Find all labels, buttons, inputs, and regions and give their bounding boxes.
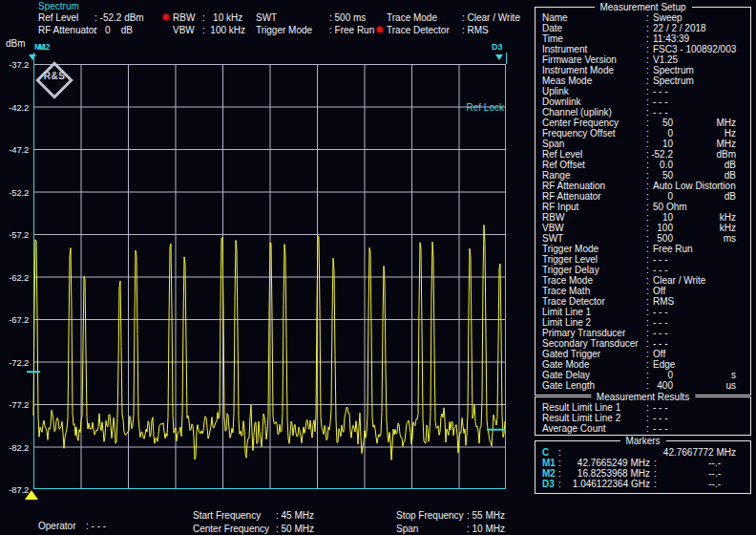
mode-title: Spectrum — [38, 1, 79, 11]
setup-row-trace-math: Trace Math:Off — [536, 286, 750, 296]
center-frequency-label: Center Frequency — [193, 524, 276, 534]
colon: : — [654, 458, 657, 468]
setup-row-label: Trigger Level — [542, 254, 598, 265]
setup-row-frequency-offset: Frequency Offset:0Hz — [536, 128, 750, 139]
y-axis-tick-label: -82.2 — [1, 442, 29, 453]
colon: : — [646, 296, 649, 307]
colon: : — [646, 244, 649, 254]
result-row-label: Average Count — [542, 423, 606, 434]
setup-row-value: 0 — [646, 128, 673, 139]
header-field-label: VBW — [173, 25, 202, 35]
spectrum-analyzer-screen: Spectrum Ref Level: -52.2 dBmRF Attenuat… — [0, 0, 756, 535]
setup-row-label: Trace Detector — [542, 296, 605, 307]
marker-name: M1 — [542, 458, 556, 468]
setup-row-label: Meas Mode — [542, 75, 592, 86]
colon: : — [646, 317, 649, 328]
setup-row-label: Ref Offset — [542, 160, 585, 170]
colon: : — [646, 107, 649, 118]
colon: : — [646, 54, 649, 65]
setup-row-label: Trace Math — [542, 286, 590, 296]
setup-row-instrument-mode: Instrument Mode:Spectrum — [536, 65, 750, 75]
setup-row-value: Sweep — [653, 12, 682, 23]
header-field-label: Trigger Mode — [256, 25, 329, 35]
colon: : — [558, 479, 561, 489]
stop-frequency-label: Stop Frequency — [396, 510, 467, 521]
colon: : — [646, 338, 649, 349]
measurement-setup-panel: Measurement Setup Name:SweepDate:22 / 2 … — [535, 7, 751, 396]
measurement-setup-rows: Name:SweepDate:22 / 2 / 2018Time:11:43:3… — [536, 12, 750, 391]
setup-row-rf-input: RF Input:50 Ohm — [536, 202, 750, 212]
header-field-swt: SWT: 500 ms — [256, 12, 366, 24]
header-field-label: RF Attenuator — [38, 25, 94, 35]
setup-row-value: - - - — [653, 86, 668, 96]
setup-row-unit: kHz — [698, 223, 736, 233]
setup-row-value: - - - — [653, 328, 668, 338]
marker-level: --.- — [679, 458, 721, 468]
setup-row-center-frequency: Center Frequency:50MHz — [536, 118, 750, 128]
setup-row-value: 50 — [646, 118, 673, 128]
marker-frequency: 16.8253968 MHz — [562, 468, 650, 479]
setup-row-gate-delay: Gate Delay:0s — [536, 370, 750, 380]
result-row-label: Result Limit Line 1 — [542, 402, 620, 413]
setup-row-vbw: VBW:100kHz — [536, 223, 750, 233]
measurement-results-rows: Result Limit Line 1:- - -Result Limit Li… — [536, 402, 750, 434]
colon: : — [646, 86, 649, 96]
header-field-value: : Free Run — [329, 25, 374, 35]
colon: : — [646, 328, 649, 338]
setup-row-unit: Hz — [698, 128, 736, 139]
colon: : — [646, 75, 649, 86]
setup-row-label: Time — [542, 33, 563, 44]
setup-row-label: Frequency Offset — [542, 128, 616, 139]
setup-row-label: Uplink — [542, 86, 569, 96]
result-row-result-limit-line-2: Result Limit Line 2:- - - — [536, 413, 750, 423]
measurement-results-title: Measurement Results — [591, 392, 695, 402]
colon: : — [646, 413, 649, 423]
setup-row-label: Range — [542, 170, 570, 181]
setup-row-rbw: RBW:10kHz — [536, 212, 750, 223]
setup-row-value: 100 — [646, 223, 673, 233]
setup-row-value: - - - — [653, 307, 668, 317]
colon: : — [558, 447, 561, 458]
setup-row-label: Date — [542, 23, 562, 33]
colon: : — [654, 479, 657, 489]
setup-row-value: 22 / 2 / 2018 — [653, 23, 706, 33]
setup-row-label: RBW — [542, 212, 564, 223]
active-indicator-dot-icon — [377, 27, 383, 32]
header-field-ref-level: Ref Level: -52.2 dBm — [38, 12, 144, 24]
setup-row-label: RF Attenuator — [542, 191, 601, 202]
colon: : — [646, 359, 649, 370]
result-row-average-count: Average Count:- - - — [536, 423, 750, 434]
setup-row-unit: dB — [698, 170, 736, 181]
header-field-value: : 100 kHz — [202, 25, 245, 35]
y-axis-tick-label: -67.2 — [1, 314, 29, 325]
setup-row-label: Trigger Mode — [542, 244, 598, 254]
spectrum-plot — [33, 64, 506, 489]
header-field-label: Trace Detector — [387, 25, 462, 35]
marker-label-m2: M2 — [38, 42, 51, 52]
setup-row-value: FSC3 - 100892/003 — [653, 44, 736, 54]
setup-row-label: Gated Trigger — [542, 349, 600, 359]
setup-row-rf-attenuator: RF Attenuator:0dB — [536, 191, 750, 202]
header-field-trace-detector: Trace Detector: RMS — [387, 25, 489, 36]
trace-start-triangle-icon — [25, 490, 38, 500]
marker-name: C — [542, 447, 549, 458]
header-field-trigger-mode: Trigger Mode: Free Run — [256, 25, 374, 36]
setup-row-range: Range:50dB — [536, 170, 750, 181]
marker-frequency: 1.046122364 GHz — [562, 479, 650, 489]
setup-row-label: Secondary Transducer — [542, 338, 639, 349]
header-field-label: SWT — [256, 12, 329, 23]
setup-row-date: Date:22 / 2 / 2018 — [536, 23, 750, 33]
operator-value: - - - — [92, 521, 107, 531]
result-row-value: - - - — [653, 402, 668, 413]
span-value: 10 MHz — [472, 524, 505, 534]
setup-row-label: Gate Mode — [542, 359, 589, 370]
operator-label: Operator — [38, 521, 86, 531]
marker-level: --.- — [679, 479, 721, 489]
setup-row-trigger-level: Trigger Level:- - - — [536, 254, 750, 265]
colon: : — [646, 423, 649, 434]
colon: : — [646, 96, 649, 107]
setup-row-instrument: Instrument:FSC3 - 100892/003 — [536, 44, 750, 54]
setup-row-label: Limit Line 1 — [542, 307, 591, 317]
setup-row-label: Trigger Delay — [542, 265, 599, 275]
setup-row-label: Primary Transducer — [542, 328, 625, 338]
